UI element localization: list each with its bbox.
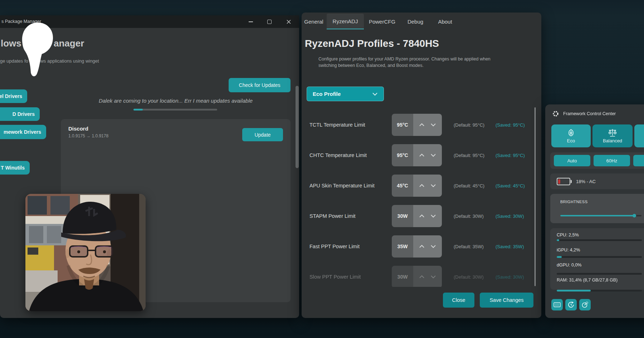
- setting-default: (Default: 30W): [454, 205, 484, 227]
- gauge-settings-icon: [581, 301, 589, 308]
- setting-saved: (Saved: 45°C): [496, 175, 525, 197]
- stepper-up-icon[interactable]: [419, 184, 425, 187]
- save-changes-button[interactable]: Save Changes: [480, 293, 533, 308]
- stepper-value: 95°C: [392, 144, 413, 166]
- setting-stepper: 30W: [392, 205, 442, 227]
- stat-label-ram: RAM: 31,4% (8,7 GB/27,8 GB): [557, 278, 618, 283]
- close-settings-button[interactable]: Close: [443, 293, 474, 308]
- check-for-updates-button[interactable]: Check for Updates: [229, 78, 291, 92]
- setting-default: (Default: 30W): [454, 266, 484, 288]
- mode-button-eco[interactable]: Eco: [551, 124, 591, 147]
- stepper-up-icon[interactable]: [419, 245, 425, 248]
- sidebar-button-intel-drivers[interactable]: el Drivers: [0, 89, 27, 103]
- update-button[interactable]: Update: [242, 128, 283, 141]
- scales-icon: [608, 128, 617, 137]
- stepper-up-icon[interactable]: [419, 123, 425, 127]
- update-status-text: Dalek are coming to your location... Err…: [61, 98, 291, 104]
- sidebar-button-framework-drivers[interactable]: mework Drivers: [0, 125, 46, 139]
- setting-label: APU Skin Temperature Limit: [309, 175, 375, 197]
- profile-select-value: Eco Profile: [313, 91, 341, 97]
- white-blob-overlay: [0, 0, 82, 86]
- tab-about[interactable]: About: [435, 14, 455, 29]
- keyboard-icon: [553, 302, 561, 307]
- clock-refresh-icon: [567, 301, 575, 308]
- profile-select[interactable]: Eco Profile: [307, 87, 384, 101]
- brightness-card: BRIGHTNESS: [550, 194, 644, 223]
- refresh-button-partial[interactable]: [633, 155, 644, 166]
- stepper-down-icon[interactable]: [430, 123, 436, 127]
- settings-footer: Close Save Changes: [302, 287, 541, 317]
- battery-row: 18% - AC: [550, 173, 644, 189]
- battery-text: 18% - AC: [576, 179, 596, 184]
- settings-scrollbar[interactable]: [535, 107, 536, 286]
- stat-bar-igpu: [557, 256, 642, 258]
- brightness-slider[interactable]: [560, 215, 641, 216]
- setting-saved: (Saved: 30W): [496, 266, 524, 288]
- stepper-value: 30W: [392, 205, 413, 227]
- setting-label: Fast PPT Power Limit: [309, 235, 360, 258]
- minimize-icon: [249, 21, 253, 22]
- setting-default: (Default: 45°C): [454, 175, 484, 197]
- minimize-button[interactable]: [243, 15, 259, 28]
- update-progress-bar: [133, 109, 217, 111]
- refresh-auto-button[interactable]: Auto: [554, 155, 590, 166]
- setting-stepper: 30W: [392, 266, 442, 288]
- stat-bar-ram: [557, 290, 642, 292]
- performance-tuning-button[interactable]: [579, 299, 591, 310]
- history-refresh-button[interactable]: [565, 299, 577, 310]
- stepper-down-icon[interactable]: [430, 245, 436, 248]
- setting-label: TCTL Temperature Limit: [309, 114, 365, 136]
- stat-label-dgpu: dGPU: 0,0%: [557, 263, 581, 268]
- stepper-down-icon[interactable]: [430, 184, 436, 187]
- framework-logo-icon: [552, 111, 559, 117]
- setting-label: Slow PPT Power Limit: [309, 266, 361, 288]
- setting-saved: (Saved: 35W): [496, 235, 524, 258]
- stat-bar-dgpu: [557, 273, 642, 275]
- stepper-value: 30W: [392, 266, 413, 288]
- stepper-up-icon[interactable]: [419, 275, 425, 279]
- update-app-name: Discord: [68, 126, 88, 132]
- stepper-down-icon[interactable]: [430, 153, 436, 157]
- battery-icon: [557, 178, 570, 185]
- stepper-up-icon[interactable]: [419, 214, 425, 218]
- mode-button-balanced[interactable]: Balanced: [592, 124, 633, 147]
- tab-general[interactable]: General: [303, 14, 325, 29]
- update-app-version: 1.0.9175 → 1.0.9178: [68, 133, 108, 138]
- stepper-down-icon[interactable]: [430, 214, 436, 218]
- maximize-button[interactable]: [261, 15, 278, 28]
- desktop: s Package Manager lows P anager ge updat…: [0, 0, 644, 338]
- stepper-down-icon[interactable]: [430, 275, 436, 279]
- stats-card: CPU: 2,5% iGPU: 4,2% dGPU: 0,0% RAM: 31,…: [550, 228, 644, 290]
- setting-default: (Default: 95°C): [454, 144, 484, 166]
- setting-saved: (Saved: 30W): [496, 205, 524, 227]
- setting-stepper: 95°C: [392, 114, 442, 136]
- settings-description-line1: Configure power profiles for your AMD Ry…: [318, 57, 491, 62]
- maximize-icon: [267, 20, 272, 24]
- sidebar-button-winutils[interactable]: T Winutils: [0, 161, 30, 175]
- brightness-thumb[interactable]: [633, 214, 636, 217]
- setting-stepper: 35W: [392, 235, 442, 258]
- setting-stepper: 45°C: [392, 175, 442, 197]
- keyboard-button[interactable]: [551, 299, 563, 310]
- setting-saved: (Saved: 95°C): [496, 114, 525, 136]
- tab-debug[interactable]: Debug: [405, 14, 425, 29]
- brightness-fill: [560, 215, 634, 216]
- mode-button-partial[interactable]: [634, 124, 644, 147]
- chevron-down-icon: [372, 92, 378, 96]
- setting-stepper: 95°C: [392, 144, 442, 166]
- stepper-value: 95°C: [392, 114, 413, 136]
- stat-label-igpu: iGPU: 4,2%: [557, 248, 580, 253]
- stepper-value: 45°C: [392, 175, 413, 197]
- close-button[interactable]: [280, 15, 297, 28]
- stat-bar-cpu: [557, 239, 642, 241]
- setting-saved: (Saved: 95°C): [496, 144, 525, 166]
- stepper-up-icon[interactable]: [419, 153, 425, 157]
- refresh-60hz-button[interactable]: 60Hz: [594, 155, 630, 166]
- tab-ryzenadj[interactable]: RyzenADJ: [327, 14, 364, 29]
- package-manager-scrollbar[interactable]: [296, 86, 299, 168]
- tab-powercfg[interactable]: PowerCFG: [369, 14, 396, 29]
- setting-label: STAPM Power Limit: [309, 205, 356, 227]
- battery-fill: [558, 179, 560, 184]
- sidebar-button-amd-drivers[interactable]: D Drivers: [0, 107, 40, 121]
- setting-default: (Default: 35W): [454, 235, 484, 258]
